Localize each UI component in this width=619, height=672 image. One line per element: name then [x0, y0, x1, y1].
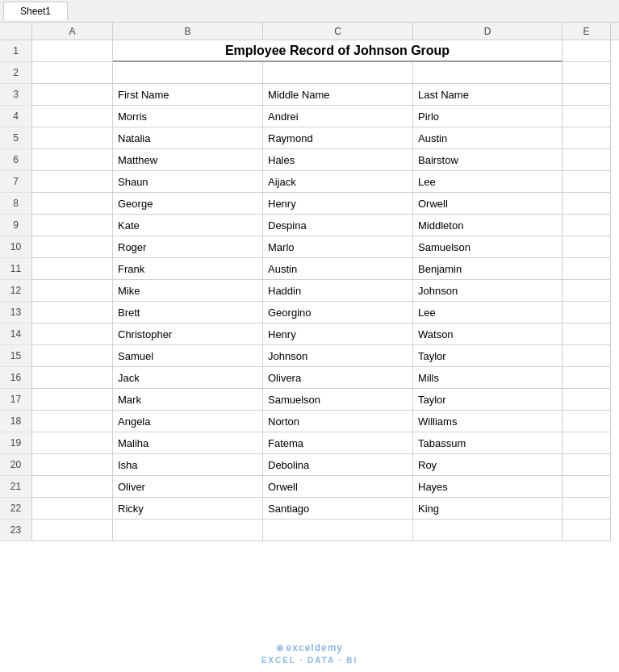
cell-10-a[interactable]	[32, 236, 113, 258]
cell-14-d[interactable]: Watson	[413, 323, 563, 345]
row-number-15[interactable]: 15	[0, 345, 31, 367]
cell-11-d[interactable]: Benjamin	[413, 258, 563, 280]
cell-4-c[interactable]: Andrei	[263, 106, 413, 127]
cell-4-d[interactable]: Pirlo	[413, 106, 563, 127]
cell-6-e[interactable]	[563, 149, 611, 171]
cell-17-e[interactable]	[563, 389, 611, 411]
cell-10-c[interactable]: Marlo	[263, 236, 413, 258]
row-number-13[interactable]: 13	[0, 302, 31, 323]
cell-15-e[interactable]	[563, 345, 611, 367]
cell-22-d[interactable]: King	[413, 498, 563, 520]
row-number-9[interactable]: 9	[0, 215, 31, 236]
header-cell-d[interactable]: Last Name	[413, 84, 563, 106]
cell-23-c[interactable]	[263, 520, 413, 541]
cell-15-a[interactable]	[32, 345, 113, 367]
cell-20-b[interactable]: Isha	[113, 454, 263, 476]
cell-13-b[interactable]: Brett	[113, 302, 263, 323]
cell-21-b[interactable]: Oliver	[113, 476, 263, 498]
header-cell-c[interactable]: Middle Name	[263, 84, 413, 106]
cell-8-e[interactable]	[563, 193, 611, 215]
cell-6-c[interactable]: Hales	[263, 149, 413, 171]
cell-10-b[interactable]: Roger	[113, 236, 263, 258]
cell-18-a[interactable]	[32, 411, 113, 432]
cell-19-b[interactable]: Maliha	[113, 432, 263, 454]
cell-16-a[interactable]	[32, 367, 113, 389]
row-number-10[interactable]: 10	[0, 236, 31, 258]
cell-16-e[interactable]	[563, 367, 611, 389]
row-number-14[interactable]: 14	[0, 323, 31, 345]
cell-20-a[interactable]	[32, 454, 113, 476]
sheet-tab[interactable]: Sheet1	[3, 2, 68, 20]
cell-16-d[interactable]: Mills	[413, 367, 563, 389]
cell-13-e[interactable]	[563, 302, 611, 323]
row-number-17[interactable]: 17	[0, 389, 31, 411]
cell-19-e[interactable]	[563, 432, 611, 454]
cell-4-a[interactable]	[32, 106, 113, 127]
row-number-23[interactable]: 23	[0, 520, 31, 541]
cell-2-b[interactable]	[113, 62, 263, 84]
cell-2-d[interactable]	[413, 62, 563, 84]
cell-14-a[interactable]	[32, 323, 113, 345]
row-number-19[interactable]: 19	[0, 432, 31, 454]
row-number-21[interactable]: 21	[0, 476, 31, 498]
cell-14-b[interactable]: Christopher	[113, 323, 263, 345]
cell-2-a[interactable]	[32, 62, 113, 84]
cell-23-d[interactable]	[413, 520, 563, 541]
cell-12-a[interactable]	[32, 280, 113, 302]
cell-21-a[interactable]	[32, 476, 113, 498]
cell-13-c[interactable]: Georgino	[263, 302, 413, 323]
cell-9-b[interactable]: Kate	[113, 215, 263, 236]
cell-7-a[interactable]	[32, 171, 113, 193]
cell-21-e[interactable]	[563, 476, 611, 498]
cell-18-e[interactable]	[563, 411, 611, 432]
cell-14-e[interactable]	[563, 323, 611, 345]
col-header-e[interactable]: E	[563, 23, 611, 40]
cell-12-d[interactable]: Johnson	[413, 280, 563, 302]
cell-6-d[interactable]: Bairstow	[413, 149, 563, 171]
cell-22-a[interactable]	[32, 498, 113, 520]
cell-5-b[interactable]: Natalia	[113, 127, 263, 149]
cell-21-d[interactable]: Hayes	[413, 476, 563, 498]
cell-9-e[interactable]	[563, 215, 611, 236]
cell-8-a[interactable]	[32, 193, 113, 215]
cell-12-b[interactable]: Mike	[113, 280, 263, 302]
cell-19-a[interactable]	[32, 432, 113, 454]
header-cell-e[interactable]	[563, 84, 611, 106]
cell-7-e[interactable]	[563, 171, 611, 193]
col-header-d[interactable]: D	[413, 23, 563, 40]
header-cell-a[interactable]	[32, 84, 113, 106]
cell-11-c[interactable]: Austin	[263, 258, 413, 280]
cell-20-d[interactable]: Roy	[413, 454, 563, 476]
cell-5-e[interactable]	[563, 127, 611, 149]
cell-20-c[interactable]: Debolina	[263, 454, 413, 476]
cell-17-b[interactable]: Mark	[113, 389, 263, 411]
cell-12-c[interactable]: Haddin	[263, 280, 413, 302]
cell-17-c[interactable]: Samuelson	[263, 389, 413, 411]
cell-7-c[interactable]: Aijack	[263, 171, 413, 193]
cell-15-b[interactable]: Samuel	[113, 345, 263, 367]
cell-4-b[interactable]: Morris	[113, 106, 263, 127]
cell-4-e[interactable]	[563, 106, 611, 127]
row-number-2[interactable]: 2	[0, 62, 31, 84]
row-number-20[interactable]: 20	[0, 454, 31, 476]
cell-8-d[interactable]: Orwell	[413, 193, 563, 215]
cell-14-c[interactable]: Henry	[263, 323, 413, 345]
row-number-4[interactable]: 4	[0, 106, 31, 127]
cell-5-d[interactable]: Austin	[413, 127, 563, 149]
cell-12-e[interactable]	[563, 280, 611, 302]
cell-15-d[interactable]: Taylor	[413, 345, 563, 367]
col-header-a[interactable]: A	[32, 23, 113, 40]
cell-16-c[interactable]: Olivera	[263, 367, 413, 389]
cell-9-c[interactable]: Despina	[263, 215, 413, 236]
cell-2-c[interactable]	[263, 62, 413, 84]
cell-18-b[interactable]: Angela	[113, 411, 263, 432]
cell-9-a[interactable]	[32, 215, 113, 236]
cell-22-e[interactable]	[563, 498, 611, 520]
header-cell-b[interactable]: First Name	[113, 84, 263, 106]
cell-23-e[interactable]	[563, 520, 611, 541]
row-number-1[interactable]: 1	[0, 40, 31, 62]
cell-10-e[interactable]	[563, 236, 611, 258]
cell-21-c[interactable]: Orwell	[263, 476, 413, 498]
cell-6-b[interactable]: Matthew	[113, 149, 263, 171]
cell-13-d[interactable]: Lee	[413, 302, 563, 323]
